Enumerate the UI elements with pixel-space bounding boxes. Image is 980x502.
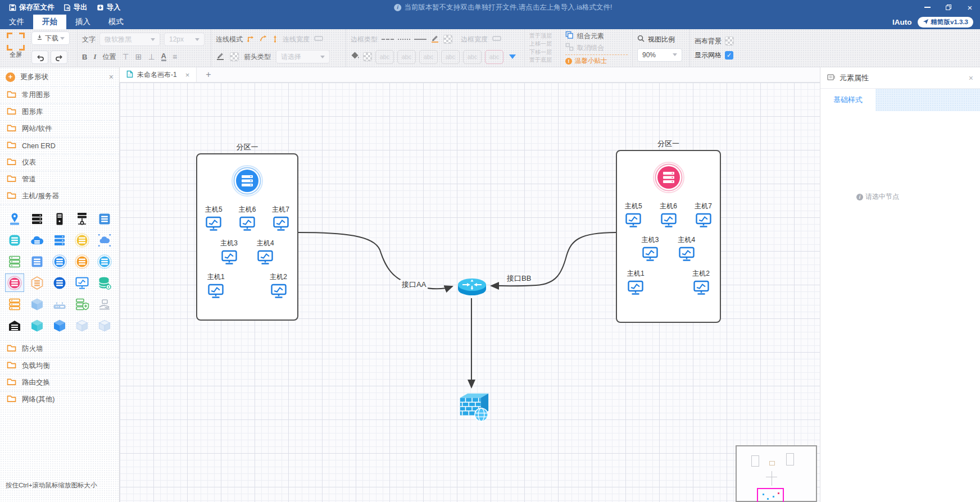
sidebar-folder-负载均衡[interactable]: 负载均衡: [0, 357, 119, 374]
host-node-主机2[interactable]: 主机2: [692, 269, 710, 295]
arrow-type-select[interactable]: 请选择: [276, 50, 330, 63]
minimap-viewport[interactable]: [757, 488, 784, 502]
host-node-主机5[interactable]: 主机5: [625, 202, 642, 228]
more-styles-dropdown-icon[interactable]: [509, 54, 516, 59]
line-color-pencil-icon[interactable]: [216, 51, 225, 62]
port-label-aa[interactable]: 接口AA: [400, 280, 428, 290]
send-backward-button[interactable]: 下移一层: [529, 48, 556, 57]
server-hex-orange-icon[interactable]: [28, 273, 47, 292]
host-node-主机6[interactable]: 主机6: [239, 205, 256, 231]
zoom-level-select[interactable]: 90%: [637, 48, 682, 62]
bring-forward-button[interactable]: 上移一层: [529, 40, 556, 48]
canvas-bg-swatch[interactable]: [725, 36, 734, 45]
host-node-主机2[interactable]: 主机2: [270, 272, 287, 299]
partition-group-right[interactable]: 分区一 主机5主机6主机7主机3主机4主机1主机2: [616, 139, 721, 323]
straight-connector-icon[interactable]: [271, 34, 279, 45]
server-shield-green-icon[interactable]: [72, 295, 92, 313]
sidebar-folder-路由交换[interactable]: 路由交换: [0, 374, 119, 391]
cloud-server-blue-icon[interactable]: [28, 231, 47, 249]
tab-close-icon[interactable]: ×: [185, 71, 190, 79]
close-window-button[interactable]: ×: [965, 3, 974, 12]
box-3d-blue-icon[interactable]: [50, 316, 69, 335]
sidebar-folder-图形库[interactable]: 图形库: [0, 103, 119, 120]
new-tab-button[interactable]: +: [197, 67, 220, 82]
menu-insert[interactable]: 插入: [66, 15, 99, 29]
cube-light-1-icon[interactable]: [72, 316, 92, 335]
fill-transparency-swatch[interactable]: [363, 52, 372, 61]
server-tower-black-icon[interactable]: [50, 209, 69, 228]
server-rack-green-icon[interactable]: [5, 252, 24, 271]
sidebar-folder-仪表[interactable]: 仪表: [0, 154, 119, 171]
server-rack-lightblue-icon[interactable]: [28, 252, 47, 271]
sidebar-folder-防火墙[interactable]: 防火墙: [0, 340, 119, 357]
monitor-server-blue-icon[interactable]: [72, 273, 92, 292]
host-node-主机1[interactable]: 主机1: [627, 269, 645, 295]
border-color-pencil-icon[interactable]: [430, 34, 439, 45]
export-button[interactable]: 导出: [63, 3, 88, 12]
port-label-bb[interactable]: 接口BB: [505, 273, 533, 284]
sidebar-folder-网络(其他)[interactable]: 网络(其他): [0, 391, 119, 408]
host-node-主机3[interactable]: 主机3: [642, 235, 659, 262]
hand-server-grey-icon[interactable]: [95, 295, 114, 313]
font-color-button[interactable]: A: [161, 52, 166, 61]
align-top-icon[interactable]: ⊤: [122, 52, 129, 61]
server-ring-blue-icon[interactable]: [50, 252, 69, 271]
host-node-主机5[interactable]: 主机5: [205, 205, 223, 231]
fill-bucket-icon[interactable]: [351, 51, 360, 62]
restore-button[interactable]: [944, 3, 953, 12]
border-width-icon[interactable]: [492, 34, 502, 44]
host-node-主机1[interactable]: 主机1: [207, 272, 225, 299]
modem-device-icon[interactable]: [50, 295, 69, 313]
ungroup-button[interactable]: 取消组合: [565, 43, 628, 53]
box-3d-teal-icon[interactable]: [28, 316, 47, 335]
server-ring-yellow-icon[interactable]: [72, 231, 92, 249]
server-cluster-icon[interactable]: [205, 165, 289, 197]
server-rack-blue-icon[interactable]: [95, 209, 114, 228]
cube-light-2-icon[interactable]: [95, 316, 114, 335]
align-bottom-icon[interactable]: ⊥: [148, 52, 155, 61]
sidebar-folder-管道[interactable]: 管道: [0, 171, 119, 188]
minimize-button[interactable]: [923, 3, 932, 12]
style-preset-5[interactable]: abc: [463, 50, 482, 64]
save-to-file-button[interactable]: 保存至文件: [9, 3, 55, 12]
host-node-主机6[interactable]: 主机6: [660, 202, 677, 228]
server-box-3d-blue-icon[interactable]: [28, 295, 47, 313]
send-to-back-button[interactable]: 置于底层: [529, 56, 556, 65]
sidebar-close-icon[interactable]: ×: [109, 72, 114, 81]
style-preset-3[interactable]: abc: [419, 50, 438, 64]
line-transparency-swatch[interactable]: [230, 52, 239, 61]
group-elements-button[interactable]: 组合元素: [565, 31, 628, 41]
style-preset-1[interactable]: abc: [375, 50, 394, 64]
dashed-line-option[interactable]: [382, 39, 394, 40]
curve-connector-icon[interactable]: [259, 34, 267, 45]
firewall-node[interactable]: [456, 391, 491, 426]
host-node-主机3[interactable]: 主机3: [220, 239, 238, 265]
line-width-icon[interactable]: [314, 34, 324, 44]
font-family-select[interactable]: 微软雅黑: [99, 33, 160, 46]
panel-close-icon[interactable]: ×: [969, 74, 973, 83]
server-garage-black-icon[interactable]: [5, 316, 24, 335]
border-transparency-swatch[interactable]: [443, 35, 452, 44]
tips-button[interactable]: ! 温馨小贴士: [565, 54, 628, 65]
sidebar-folder-Chen ERD[interactable]: Chen ERD: [0, 137, 119, 154]
server-ring-cyan-icon[interactable]: [95, 252, 114, 271]
host-node-主机7[interactable]: 主机7: [272, 205, 289, 231]
server-circle-blue-icon[interactable]: [50, 273, 69, 292]
location-server-icon[interactable]: [5, 209, 24, 228]
redo-button[interactable]: [51, 51, 67, 64]
elbow-connector-icon[interactable]: [247, 34, 255, 45]
sidebar-folder-expanded[interactable]: 主机/服务器: [0, 188, 119, 204]
bold-button[interactable]: B: [82, 53, 87, 61]
style-preset-4[interactable]: abc: [441, 50, 460, 64]
italic-button[interactable]: I: [93, 52, 96, 61]
server-rack-blue2-icon[interactable]: [50, 231, 69, 249]
menu-mode[interactable]: 模式: [99, 15, 133, 29]
database-config-teal-icon[interactable]: [95, 273, 114, 292]
show-grid-checkbox[interactable]: ✓: [725, 51, 733, 60]
partition-group-left[interactable]: 分区一 主机5主机6主机7主机3主机4主机1主机2: [196, 142, 298, 321]
host-node-主机7[interactable]: 主机7: [695, 202, 712, 228]
undo-button[interactable]: [31, 51, 48, 64]
sidebar-folder-常用图形[interactable]: 常用图形: [0, 86, 119, 103]
distribute-icon[interactable]: ⊞: [135, 52, 142, 61]
style-preset-6[interactable]: abc: [485, 50, 503, 64]
